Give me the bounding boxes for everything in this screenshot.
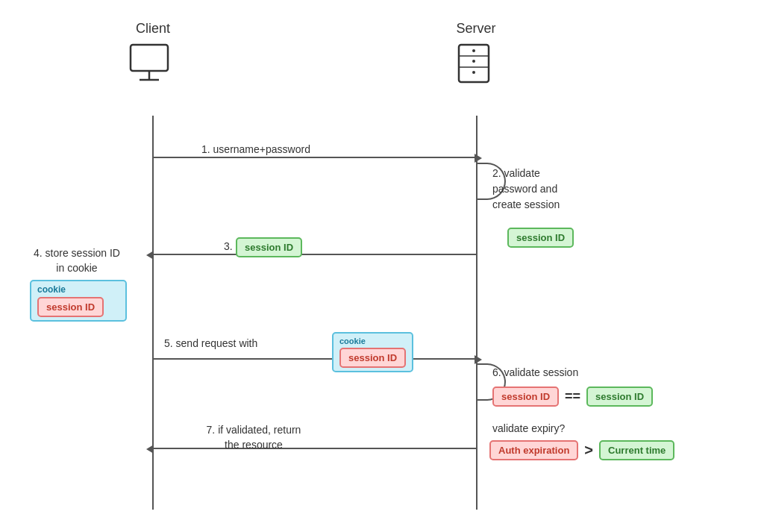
step4-label: 4. store session IDin cookie bbox=[13, 246, 140, 275]
step2-label: 2. validatepassword andcreate session bbox=[492, 166, 560, 213]
step6-comparison: session ID == session ID bbox=[492, 387, 653, 407]
step5-arrow bbox=[152, 358, 476, 360]
step1-label: 1. username+password bbox=[201, 143, 310, 155]
step6-label: 6. validate session bbox=[492, 366, 578, 381]
step3-session-id-badge: session ID bbox=[236, 237, 302, 257]
client-cookie-box: cookie session ID bbox=[30, 280, 127, 322]
server-label: Server bbox=[446, 21, 506, 37]
server-icon bbox=[455, 41, 492, 89]
step1-arrow bbox=[152, 157, 476, 158]
diagram-container: Client Server 1. username+ bbox=[0, 0, 764, 532]
step5-label: 5. send request with bbox=[164, 337, 257, 349]
svg-rect-0 bbox=[131, 45, 168, 71]
svg-point-8 bbox=[472, 71, 475, 74]
client-icon bbox=[127, 41, 172, 89]
svg-point-6 bbox=[472, 49, 475, 52]
step5-cookie-box: cookie session ID bbox=[332, 332, 413, 372]
step7-label: 7. if validated, returnthe resource bbox=[179, 423, 328, 452]
svg-point-7 bbox=[472, 60, 475, 63]
validate-expiry-label: validate expiry? bbox=[492, 422, 565, 436]
expiry-comparison: Auth expiration > Current time bbox=[489, 440, 674, 460]
step3-arrow bbox=[152, 254, 476, 255]
server-session-id-badge: session ID bbox=[507, 228, 574, 248]
client-label: Client bbox=[123, 21, 183, 37]
